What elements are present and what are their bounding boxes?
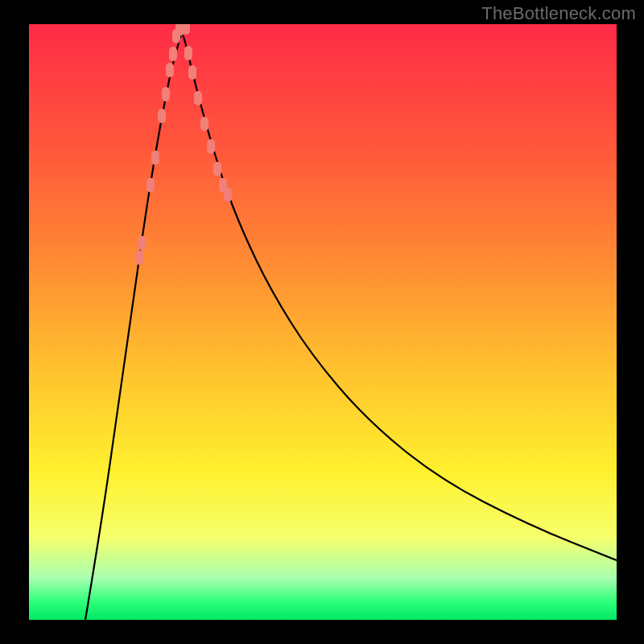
data-marker <box>194 91 202 105</box>
data-marker <box>200 117 208 131</box>
data-marker <box>147 178 155 192</box>
data-marker <box>182 24 190 35</box>
data-marker <box>207 139 215 154</box>
data-marker <box>138 236 146 250</box>
data-marker <box>158 109 166 123</box>
chart-frame: TheBottleneck.com <box>0 0 644 644</box>
data-marker <box>166 63 174 77</box>
data-marker <box>151 151 159 165</box>
marker-group <box>135 24 232 265</box>
data-marker <box>135 250 143 265</box>
data-marker <box>188 65 196 80</box>
data-marker <box>169 47 177 61</box>
data-marker <box>224 188 232 202</box>
plot-area <box>29 24 617 620</box>
bottleneck-curve <box>85 35 617 621</box>
bottleneck-curve-svg <box>29 24 617 620</box>
data-marker <box>162 87 170 101</box>
data-marker <box>213 162 221 176</box>
watermark-text: TheBottleneck.com <box>481 3 636 24</box>
data-marker <box>184 46 192 60</box>
